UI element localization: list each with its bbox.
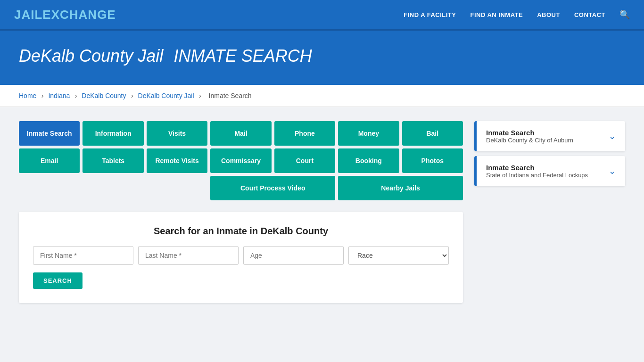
sidebar-card-2-subtitle: State of Indiana and Federal Lockups <box>486 172 588 179</box>
left-column: Inmate Search Information Visits Mail Ph… <box>19 121 463 303</box>
page-title: DeKalb County Jail INMATE SEARCH <box>19 45 625 66</box>
inmate-search-form: Search for an Inmate in DeKalb County Ra… <box>19 212 463 303</box>
breadcrumb-home[interactable]: Home <box>19 92 36 99</box>
sidebar-card-1-header[interactable]: Inmate Search DeKalb County & City of Au… <box>474 121 625 151</box>
nav-find-inmate[interactable]: FIND AN INMATE <box>470 11 523 18</box>
header-search-button[interactable]: 🔍 <box>619 9 630 20</box>
main-content: Inmate Search Information Visits Mail Ph… <box>0 107 644 317</box>
tab-mail[interactable]: Mail <box>210 121 271 146</box>
tab-tablets[interactable]: Tablets <box>83 148 143 173</box>
breadcrumb-sep-2: › <box>75 92 79 99</box>
tab-phone[interactable]: Phone <box>274 121 335 146</box>
tabs-row-2: Email Tablets Remote Visits Commissary C… <box>19 148 463 173</box>
tab-visits[interactable]: Visits <box>147 121 207 146</box>
nav-contact[interactable]: CONTACT <box>574 11 605 18</box>
breadcrumb-sep-4: › <box>199 92 203 99</box>
right-sidebar: Inmate Search DeKalb County & City of Au… <box>474 121 625 191</box>
tab-bail[interactable]: Bail <box>402 121 463 146</box>
last-name-input[interactable] <box>138 246 239 265</box>
breadcrumb-dekalb-county[interactable]: DeKalb County <box>82 92 126 99</box>
tabs-row-3: Court Process Video Nearby Jails <box>19 176 463 200</box>
race-select[interactable]: Race White Black Hispanic Asian Other <box>348 246 449 265</box>
sidebar-card-2: Inmate Search State of Indiana and Feder… <box>474 156 625 186</box>
chevron-down-icon-2: ⌄ <box>609 166 616 176</box>
search-form-title: Search for an Inmate in DeKalb County <box>33 226 449 237</box>
sidebar-card-2-title: Inmate Search <box>486 164 588 172</box>
main-nav: FIND A FACILITY FIND AN INMATE ABOUT CON… <box>404 9 630 20</box>
tab-email[interactable]: Email <box>19 148 80 173</box>
search-fields: Race White Black Hispanic Asian Other <box>33 246 449 265</box>
tab-information[interactable]: Information <box>83 121 143 146</box>
tabs-row-1: Inmate Search Information Visits Mail Ph… <box>19 121 463 146</box>
tab-court[interactable]: Court <box>274 148 335 173</box>
tab-booking[interactable]: Booking <box>338 148 399 173</box>
sidebar-card-1-subtitle: DeKalb County & City of Auburn <box>486 137 573 144</box>
first-name-input[interactable] <box>33 246 133 265</box>
tab-court-process-video[interactable]: Court Process Video <box>210 176 335 200</box>
breadcrumb-sep-3: › <box>131 92 135 99</box>
site-logo[interactable]: JAILEXCHANGE <box>14 8 116 22</box>
site-header: JAILEXCHANGE FIND A FACILITY FIND AN INM… <box>0 0 644 31</box>
tab-inmate-search[interactable]: Inmate Search <box>19 121 80 146</box>
chevron-down-icon-1: ⌄ <box>609 131 616 141</box>
page-title-subtitle: INMATE SEARCH <box>173 46 312 66</box>
logo-jail: JAIL <box>14 8 42 22</box>
tab-photos[interactable]: Photos <box>402 148 463 173</box>
sidebar-card-2-title-block: Inmate Search State of Indiana and Feder… <box>486 164 588 179</box>
breadcrumb-indiana[interactable]: Indiana <box>48 92 70 99</box>
page-title-main: DeKalb County Jail <box>19 46 163 66</box>
breadcrumb: Home › Indiana › DeKalb County › DeKalb … <box>0 85 644 107</box>
sidebar-card-1-title-block: Inmate Search DeKalb County & City of Au… <box>486 129 573 144</box>
sidebar-card-1: Inmate Search DeKalb County & City of Au… <box>474 121 625 151</box>
sidebar-card-2-header[interactable]: Inmate Search State of Indiana and Feder… <box>474 156 625 186</box>
hero-banner: DeKalb County Jail INMATE SEARCH <box>0 31 644 85</box>
sidebar-card-1-title: Inmate Search <box>486 129 573 137</box>
tab-remote-visits[interactable]: Remote Visits <box>147 148 207 173</box>
tab-money[interactable]: Money <box>338 121 399 146</box>
search-button[interactable]: SEARCH <box>33 272 83 289</box>
tab-nearby-jails[interactable]: Nearby Jails <box>338 176 463 200</box>
nav-about[interactable]: ABOUT <box>537 11 560 18</box>
breadcrumb-dekalb-jail[interactable]: DeKalb County Jail <box>138 92 194 99</box>
breadcrumb-current: Inmate Search <box>209 92 252 99</box>
age-input[interactable] <box>243 246 344 265</box>
nav-find-facility[interactable]: FIND A FACILITY <box>404 11 456 18</box>
tab-commissary[interactable]: Commissary <box>210 148 271 173</box>
logo-exchange: EXCHANGE <box>42 8 116 22</box>
breadcrumb-sep-1: › <box>41 92 46 99</box>
